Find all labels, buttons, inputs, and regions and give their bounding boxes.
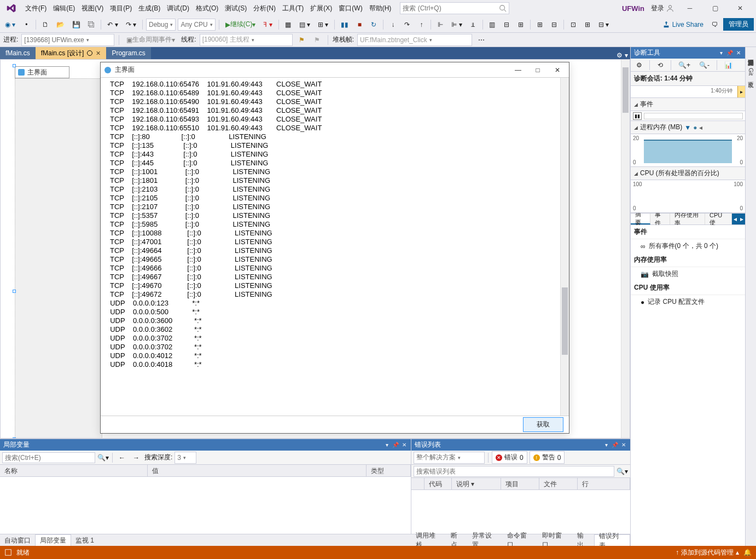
- step-into-button[interactable]: ↓: [387, 19, 399, 31]
- netstat-output[interactable]: TCP 192.168.0.110:65476 101.91.60.49:443…: [101, 78, 569, 416]
- errorlist-search-input[interactable]: [414, 466, 614, 477]
- menu-t[interactable]: 工具(T): [279, 2, 307, 14]
- warnings-filter[interactable]: !警告 0: [530, 451, 565, 464]
- min-button[interactable]: —: [510, 66, 526, 74]
- bottom-tab[interactable]: 局部变量: [35, 534, 71, 546]
- bottom-tab[interactable]: 命令窗口: [503, 534, 538, 546]
- bottom-tab[interactable]: 监视 1: [71, 534, 98, 546]
- pause-button[interactable]: ▮▮: [338, 19, 351, 31]
- cpu-section[interactable]: ◢CPU (所有处理器的百分比): [631, 167, 745, 180]
- open-button[interactable]: 📂: [54, 19, 67, 31]
- search-input[interactable]: [403, 4, 499, 12]
- menu-b[interactable]: 生成(B): [135, 2, 164, 14]
- pin-icon[interactable]: 📌: [726, 50, 733, 56]
- dropdown-icon[interactable]: ▾: [383, 442, 390, 448]
- menu-f[interactable]: 文件(F): [22, 2, 50, 14]
- editor-tab[interactable]: fMain.cs: [0, 47, 36, 59]
- diag-ruler[interactable]: 1:40分钟 ▸: [631, 86, 745, 98]
- col-type[interactable]: 类型: [367, 465, 411, 476]
- scope-combo[interactable]: 整个解决方案▾: [414, 452, 485, 464]
- lifecycle-button[interactable]: ▣ 生命周期事件 ▾: [124, 34, 178, 46]
- layout-3[interactable]: ⊞: [515, 19, 527, 31]
- dropdown-icon[interactable]: ▾: [718, 50, 724, 56]
- nav-prev-icon[interactable]: ←: [116, 452, 128, 464]
- close-button[interactable]: ✕: [549, 66, 566, 74]
- login-link[interactable]: 登录: [651, 4, 674, 13]
- redo-button[interactable]: ↷ ▾: [123, 19, 139, 31]
- tab-dropdown-icon[interactable]: ⚙: [617, 51, 623, 59]
- menu-w[interactable]: 窗口(W): [335, 2, 365, 14]
- designer-scrollbar[interactable]: [621, 60, 630, 438]
- errors-filter[interactable]: ✕错误 0: [492, 451, 527, 464]
- git-changes-tab[interactable]: Git 更改: [746, 64, 756, 82]
- save-all-button[interactable]: ⿻: [85, 19, 97, 31]
- quick-search[interactable]: [400, 2, 509, 14]
- stop-button[interactable]: ■: [353, 19, 365, 31]
- thread-combo[interactable]: [190060] 主线程▾: [200, 34, 293, 46]
- bottom-tab[interactable]: 调用堆栈: [411, 534, 446, 546]
- zoom-out-icon[interactable]: 🔍-: [696, 59, 712, 71]
- menu-x[interactable]: 扩展(X): [307, 2, 335, 14]
- zoom-in-icon[interactable]: 🔍+: [676, 59, 693, 71]
- tab-nav-left[interactable]: ◂: [732, 214, 738, 224]
- align-1[interactable]: ⊩: [434, 19, 446, 31]
- errorlist-body[interactable]: [411, 490, 630, 534]
- diag-tab-cpu[interactable]: CPU 使: [705, 214, 732, 224]
- stackframe-combo[interactable]: UF.fMain.zbtnget_Click▾: [357, 34, 472, 46]
- dbg-extra[interactable]: ⋯: [475, 34, 487, 46]
- align-2[interactable]: ⊫ ▾: [449, 19, 464, 31]
- menu-h[interactable]: 帮助(H): [366, 2, 395, 14]
- size-handle[interactable]: [13, 437, 16, 438]
- events-track[interactable]: ▮▮: [631, 111, 745, 121]
- tab-overflow-icon[interactable]: ▾: [625, 51, 628, 59]
- errorlist-header[interactable]: 错误列表▾📌✕: [411, 439, 630, 451]
- close-icon[interactable]: ✕: [735, 50, 742, 56]
- flag-1[interactable]: ⚑: [296, 34, 308, 46]
- process-combo[interactable]: [139668] UFWin.exe▾: [21, 34, 114, 46]
- close-tab-icon[interactable]: ✕: [96, 50, 101, 57]
- designed-form-titlebar[interactable]: 主界面: [15, 66, 69, 78]
- tb-btn-3[interactable]: ⊞ ▾: [315, 19, 331, 31]
- diag-tab-memory[interactable]: 内存使用率: [670, 214, 705, 224]
- runtime-window-titlebar[interactable]: 主界面 — □ ✕: [101, 62, 569, 78]
- cpu-chart[interactable]: 100100 00: [631, 180, 745, 213]
- solution-explorer-tab[interactable]: 解决方案资源管理器: [746, 50, 756, 59]
- editor-tab[interactable]: Program.cs: [106, 47, 150, 59]
- dropdown-icon[interactable]: ▾: [603, 442, 609, 448]
- bottom-tab[interactable]: 断点: [446, 534, 468, 546]
- layout-5[interactable]: ⊟: [548, 19, 560, 31]
- minimize-button[interactable]: ─: [681, 2, 699, 15]
- liveshare-button[interactable]: Live Share: [659, 21, 707, 28]
- menu-v[interactable]: 视图(V): [78, 2, 107, 14]
- fetch-button[interactable]: 获取: [523, 417, 563, 432]
- col-line[interactable]: 行: [578, 478, 630, 489]
- menu-n[interactable]: 分析(N): [250, 2, 279, 14]
- diag-header[interactable]: 诊断工具▾📌✕: [631, 47, 745, 59]
- menu-e[interactable]: 编辑(E): [50, 2, 78, 14]
- bottom-tab[interactable]: 自动窗口: [0, 534, 35, 546]
- pin-icon[interactable]: 📌: [392, 442, 399, 448]
- search-icon[interactable]: 🔍▾: [97, 454, 109, 462]
- nav-next-icon[interactable]: →: [130, 452, 142, 464]
- locals-search-input[interactable]: [2, 452, 95, 463]
- layout-8[interactable]: ⊟ ▾: [596, 19, 612, 31]
- menu-s[interactable]: 测试(S): [222, 2, 250, 14]
- maximize-button[interactable]: ▢: [706, 2, 724, 15]
- restart-button[interactable]: ↻: [368, 19, 380, 31]
- locals-grid-body[interactable]: [0, 477, 411, 534]
- depth-combo[interactable]: 3▾: [175, 452, 196, 464]
- pin-icon[interactable]: [87, 50, 92, 56]
- new-project-button[interactable]: 🗋: [39, 19, 51, 31]
- size-handle[interactable]: [13, 290, 16, 293]
- scm-button[interactable]: ↑ 添加到源代码管理 ▴: [676, 548, 739, 557]
- save-button[interactable]: 💾: [69, 19, 83, 31]
- continue-button[interactable]: ▶ 继续(C) ▾: [223, 19, 259, 31]
- max-button[interactable]: □: [530, 66, 546, 74]
- snapshot-item[interactable]: 📷截取快照: [631, 267, 745, 281]
- layout-4[interactable]: ⊞: [534, 19, 546, 31]
- align-3[interactable]: ⫫: [467, 19, 479, 31]
- nav-back-button[interactable]: ◉ ▾: [2, 19, 18, 31]
- menu-p[interactable]: 项目(P): [107, 2, 135, 14]
- memory-chart[interactable]: 2020 00: [631, 134, 745, 167]
- config-combo[interactable]: Debug▾: [146, 19, 176, 31]
